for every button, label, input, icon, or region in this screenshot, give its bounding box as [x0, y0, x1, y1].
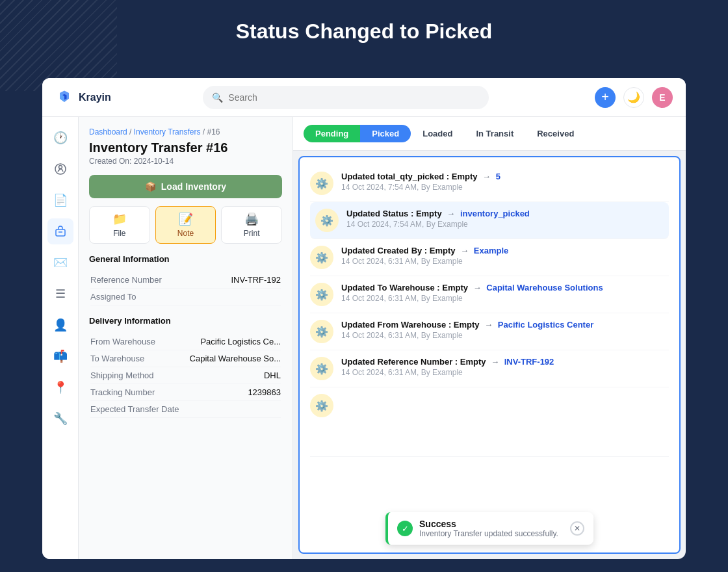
general-info-table: Reference Number INV-TRF-192 Assigned To [89, 270, 282, 307]
search-bar[interactable]: 🔍 [203, 86, 489, 109]
toast-message: Inventory Transfer updated successfully. [419, 529, 564, 538]
activity-item-5: ⚙️ Updated From Warehouse : Empty → Paci… [310, 313, 669, 350]
page-title: Status Changed to Picked [0, 0, 728, 57]
status-step-loaded: Loaded [411, 125, 464, 142]
note-button[interactable]: 📝 Note [155, 206, 216, 244]
avatar[interactable]: E [652, 87, 673, 108]
activity-item-4: ⚙️ Updated To Warehouse : Empty → Capita… [310, 276, 669, 313]
transfer-title: Inventory Transfer #16 [89, 140, 282, 155]
step-picked-label[interactable]: Picked [360, 125, 411, 142]
sidebar-item-wrench[interactable]: 🔧 [47, 406, 73, 432]
logo-icon [55, 88, 73, 107]
step-in-transit-label[interactable]: In Transit [464, 125, 525, 142]
app-window: Krayin 🔍 + 🌙 E 🕐 📄 ✉️ ☰ 👤 📫 � [42, 78, 686, 559]
expected-transfer-date-row: Expected Transfer Date [90, 401, 281, 418]
activity-meta-4: 14 Oct 2024, 6:31 AM, By Example [341, 294, 669, 303]
activity-meta-3: 14 Oct 2024, 6:31 AM, By Example [341, 257, 669, 266]
activity-content-6: Updated Reference Number : Empty → INV-T… [341, 357, 669, 380]
tracking-number-row: Tracking Number 1239863 [90, 384, 281, 401]
status-step-received: Received [525, 125, 586, 142]
activity-icon-4: ⚙️ [310, 283, 333, 306]
breadcrumb-dashboard[interactable]: Dashboard [89, 127, 127, 136]
breadcrumb: Dashboard / Inventory Transfers / #16 [89, 127, 282, 136]
status-step-picked: Picked [360, 125, 411, 142]
app-body: 🕐 📄 ✉️ ☰ 👤 📫 📍 🔧 Dashboard / [42, 117, 686, 559]
file-icon: 📁 [112, 212, 127, 226]
load-inventory-icon: 📦 [145, 181, 156, 192]
sidebar-item-box[interactable]: 📫 [47, 343, 73, 369]
toast-content: Success Inventory Transfer updated succe… [419, 519, 564, 538]
activity-meta-2: 14 Oct 2024, 7:54 AM, By Example [346, 220, 664, 229]
svg-point-1 [58, 166, 62, 169]
reference-number-row: Reference Number INV-TRF-192 [90, 272, 281, 289]
activity-icon-3: ⚙️ [310, 246, 333, 269]
status-step-in-transit: In Transit [464, 125, 525, 142]
left-panel: Dashboard / Inventory Transfers / #16 In… [79, 117, 293, 559]
activity-icon-2: ⚙️ [315, 209, 339, 232]
activity-title-3: Updated Created By : Empty → Example [341, 246, 669, 255]
print-button[interactable]: 🖨️ Print [221, 206, 282, 244]
activity-log: ⚙️ Updated total_qty_picked : Empty → 5 … [298, 156, 681, 554]
sidebar: 🕐 📄 ✉️ ☰ 👤 📫 📍 🔧 [42, 117, 79, 559]
note-icon: 📝 [179, 212, 193, 226]
search-input[interactable] [228, 92, 480, 103]
print-icon: 🖨️ [244, 212, 259, 226]
topbar: Krayin 🔍 + 🌙 E [42, 78, 686, 117]
sidebar-item-mail[interactable]: ✉️ [47, 250, 73, 276]
svg-rect-2 [56, 229, 65, 236]
success-toast: ✓ Success Inventory Transfer updated suc… [385, 512, 593, 545]
status-step-pending: Pending [304, 125, 360, 142]
activity-icon-1: ⚙️ [310, 172, 333, 195]
step-pending-label[interactable]: Pending [304, 125, 360, 142]
activity-item-6: ⚙️ Updated Reference Number : Empty → IN… [310, 350, 669, 387]
sidebar-item-document[interactable]: 📄 [47, 187, 73, 213]
activity-item-2: ⚙️ Updated Status : Empty → inventory_pi… [310, 202, 669, 239]
breadcrumb-id: #16 [207, 127, 220, 136]
activity-item-3: ⚙️ Updated Created By : Empty → Example … [310, 239, 669, 276]
activity-content-1: Updated total_qty_picked : Empty → 5 14 … [341, 172, 669, 195]
toast-title: Success [419, 519, 564, 529]
activity-title-1: Updated total_qty_picked : Empty → 5 [341, 172, 669, 181]
activity-title-2: Updated Status : Empty → inventory_picke… [346, 209, 664, 218]
topbar-actions: + 🌙 E [595, 87, 673, 108]
toast-check-icon: ✓ [397, 521, 413, 536]
activity-title-6: Updated Reference Number : Empty → INV-T… [341, 357, 669, 367]
activity-item-7: ⚙️ [310, 387, 669, 457]
activity-meta-6: 14 Oct 2024, 6:31 AM, By Example [341, 368, 669, 377]
sidebar-item-contacts[interactable] [47, 156, 73, 182]
activity-title-4: Updated To Warehouse : Empty → Capital W… [341, 283, 669, 292]
activity-content-4: Updated To Warehouse : Empty → Capital W… [341, 283, 669, 306]
created-on: Created On: 2024-10-14 [89, 157, 282, 166]
file-button[interactable]: 📁 File [89, 206, 150, 244]
breadcrumb-inventory-transfers[interactable]: Inventory Transfers [134, 127, 201, 136]
activity-title-5: Updated From Warehouse : Empty → Pacific… [341, 320, 669, 330]
delivery-info-title: Delivery Information [89, 316, 282, 326]
theme-toggle[interactable]: 🌙 [623, 87, 644, 108]
step-loaded-label[interactable]: Loaded [411, 125, 464, 142]
load-inventory-button[interactable]: 📦 Load Inventory [89, 175, 282, 198]
activity-content-5: Updated From Warehouse : Empty → Pacific… [341, 320, 669, 343]
status-bar: Pending Picked Loaded In Transit Receive… [293, 117, 686, 151]
sidebar-item-list[interactable]: ☰ [47, 281, 73, 307]
from-warehouse-row: From Warehouse Pacific Logistics Ce... [90, 333, 281, 350]
sidebar-item-clock[interactable]: 🕐 [47, 125, 73, 151]
activity-icon-7: ⚙️ [310, 394, 333, 417]
activity-content-7 [341, 394, 669, 417]
toast-close-button[interactable]: ✕ [570, 521, 584, 536]
search-icon: 🔍 [212, 92, 223, 103]
sidebar-item-inventory[interactable] [47, 218, 73, 244]
activity-content-2: Updated Status : Empty → inventory_picke… [346, 209, 664, 232]
activity-icon-5: ⚙️ [310, 320, 333, 343]
activity-meta-5: 14 Oct 2024, 6:31 AM, By Example [341, 331, 669, 340]
shipping-method-row: Shipping Method DHL [90, 367, 281, 384]
activity-content-3: Updated Created By : Empty → Example 14 … [341, 246, 669, 269]
sidebar-item-person[interactable]: 👤 [47, 312, 73, 338]
activity-item-1: ⚙️ Updated total_qty_picked : Empty → 5 … [310, 165, 669, 202]
general-info-title: General Information [89, 254, 282, 264]
step-received-label[interactable]: Received [525, 125, 586, 142]
to-warehouse-row: To Warehouse Capital Warehouse So... [90, 350, 281, 367]
right-panel: Pending Picked Loaded In Transit Receive… [293, 117, 686, 559]
sidebar-item-location[interactable]: 📍 [47, 374, 73, 400]
add-button[interactable]: + [595, 87, 616, 108]
assigned-to-row: Assigned To [90, 289, 281, 306]
